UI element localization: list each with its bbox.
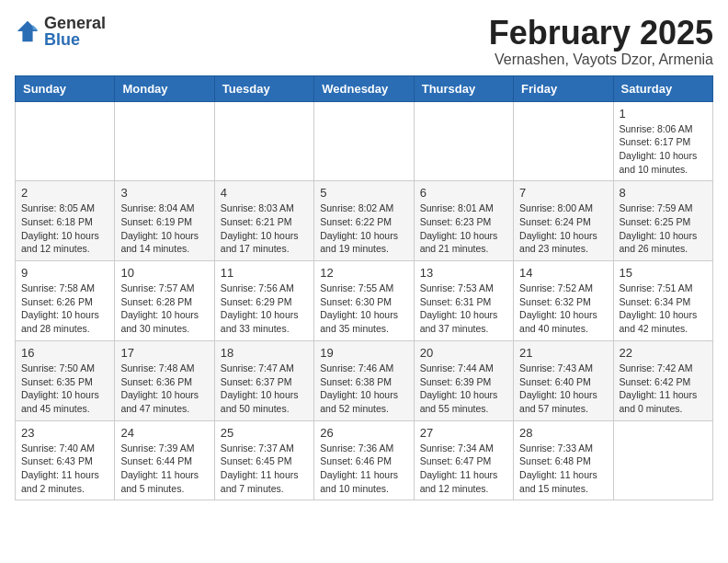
week-row-1: 2Sunrise: 8:05 AM Sunset: 6:18 PM Daylig… <box>16 181 713 261</box>
weekday-header-monday: Monday <box>115 75 214 101</box>
calendar-cell: 6Sunrise: 8:01 AM Sunset: 6:23 PM Daylig… <box>414 181 513 261</box>
day-number: 3 <box>120 186 208 200</box>
day-info: Sunrise: 7:46 AM Sunset: 6:38 PM Dayligh… <box>320 362 407 416</box>
location-text: Vernashen, Vayots Dzor, Armenia <box>489 52 713 68</box>
calendar-cell: 4Sunrise: 8:03 AM Sunset: 6:21 PM Daylig… <box>214 181 313 261</box>
calendar-cell: 19Sunrise: 7:46 AM Sunset: 6:38 PM Dayli… <box>314 340 414 420</box>
day-number: 4 <box>221 186 308 200</box>
day-info: Sunrise: 7:36 AM Sunset: 6:46 PM Dayligh… <box>320 442 407 496</box>
day-info: Sunrise: 8:05 AM Sunset: 6:18 PM Dayligh… <box>21 201 108 256</box>
month-year-title: February 2025 <box>489 15 713 52</box>
calendar-cell: 3Sunrise: 8:04 AM Sunset: 6:19 PM Daylig… <box>115 181 214 261</box>
weekday-header-tuesday: Tuesday <box>214 75 313 101</box>
weekday-header-friday: Friday <box>514 75 613 101</box>
calendar-cell <box>514 101 613 181</box>
calendar-cell: 11Sunrise: 7:56 AM Sunset: 6:29 PM Dayli… <box>214 261 313 341</box>
day-number: 20 <box>420 346 507 360</box>
day-number: 28 <box>519 426 607 440</box>
day-info: Sunrise: 7:51 AM Sunset: 6:34 PM Dayligh… <box>620 282 707 336</box>
day-number: 19 <box>320 346 407 360</box>
day-number: 7 <box>519 186 607 200</box>
day-number: 11 <box>221 266 308 280</box>
week-row-0: 1Sunrise: 8:06 AM Sunset: 6:17 PM Daylig… <box>16 101 713 181</box>
week-row-3: 16Sunrise: 7:50 AM Sunset: 6:35 PM Dayli… <box>16 340 713 420</box>
day-number: 8 <box>620 186 707 200</box>
day-number: 6 <box>420 186 507 200</box>
calendar-cell: 21Sunrise: 7:43 AM Sunset: 6:40 PM Dayli… <box>514 340 613 420</box>
day-number: 16 <box>21 346 108 360</box>
day-number: 22 <box>620 346 707 360</box>
weekday-header-wednesday: Wednesday <box>314 75 414 101</box>
day-number: 18 <box>221 346 308 360</box>
day-info: Sunrise: 8:02 AM Sunset: 6:22 PM Dayligh… <box>320 201 407 256</box>
calendar-cell: 18Sunrise: 7:47 AM Sunset: 6:37 PM Dayli… <box>214 340 313 420</box>
day-number: 9 <box>21 266 108 280</box>
day-info: Sunrise: 7:48 AM Sunset: 6:36 PM Dayligh… <box>120 362 208 416</box>
day-info: Sunrise: 7:43 AM Sunset: 6:40 PM Dayligh… <box>519 362 607 416</box>
calendar-table: SundayMondayTuesdayWednesdayThursdayFrid… <box>15 75 713 501</box>
day-info: Sunrise: 7:56 AM Sunset: 6:29 PM Dayligh… <box>221 282 308 336</box>
day-number: 27 <box>420 426 507 440</box>
calendar-cell <box>115 101 214 181</box>
day-number: 2 <box>21 186 108 200</box>
day-info: Sunrise: 7:39 AM Sunset: 6:44 PM Dayligh… <box>120 442 208 496</box>
calendar-cell: 14Sunrise: 7:52 AM Sunset: 6:32 PM Dayli… <box>514 261 613 341</box>
calendar-cell: 16Sunrise: 7:50 AM Sunset: 6:35 PM Dayli… <box>16 340 115 420</box>
calendar-body: 1Sunrise: 8:06 AM Sunset: 6:17 PM Daylig… <box>16 101 713 500</box>
calendar-cell <box>314 101 414 181</box>
day-number: 5 <box>320 186 407 200</box>
day-info: Sunrise: 7:52 AM Sunset: 6:32 PM Dayligh… <box>519 282 607 336</box>
calendar-cell: 8Sunrise: 7:59 AM Sunset: 6:25 PM Daylig… <box>613 181 712 261</box>
day-number: 14 <box>519 266 607 280</box>
calendar-cell: 7Sunrise: 8:00 AM Sunset: 6:24 PM Daylig… <box>514 181 613 261</box>
calendar-cell: 1Sunrise: 8:06 AM Sunset: 6:17 PM Daylig… <box>613 101 712 181</box>
day-info: Sunrise: 8:06 AM Sunset: 6:17 PM Dayligh… <box>620 122 707 177</box>
day-info: Sunrise: 7:37 AM Sunset: 6:45 PM Dayligh… <box>221 442 308 496</box>
week-row-2: 9Sunrise: 7:58 AM Sunset: 6:26 PM Daylig… <box>16 261 713 341</box>
logo-text: General Blue <box>44 15 106 48</box>
logo-blue-text: Blue <box>44 31 106 48</box>
calendar-cell <box>613 420 712 500</box>
day-number: 24 <box>120 426 208 440</box>
week-row-4: 23Sunrise: 7:40 AM Sunset: 6:43 PM Dayli… <box>16 420 713 500</box>
calendar-cell: 9Sunrise: 7:58 AM Sunset: 6:26 PM Daylig… <box>16 261 115 341</box>
day-info: Sunrise: 7:44 AM Sunset: 6:39 PM Dayligh… <box>420 362 507 416</box>
calendar-cell: 24Sunrise: 7:39 AM Sunset: 6:44 PM Dayli… <box>115 420 214 500</box>
day-info: Sunrise: 7:33 AM Sunset: 6:48 PM Dayligh… <box>519 442 607 496</box>
day-info: Sunrise: 7:40 AM Sunset: 6:43 PM Dayligh… <box>21 442 108 496</box>
day-info: Sunrise: 7:53 AM Sunset: 6:31 PM Dayligh… <box>420 282 507 336</box>
day-number: 21 <box>519 346 607 360</box>
calendar-cell: 5Sunrise: 8:02 AM Sunset: 6:22 PM Daylig… <box>314 181 414 261</box>
calendar-header: SundayMondayTuesdayWednesdayThursdayFrid… <box>16 75 713 101</box>
day-number: 15 <box>620 266 707 280</box>
day-number: 12 <box>320 266 407 280</box>
calendar-cell: 12Sunrise: 7:55 AM Sunset: 6:30 PM Dayli… <box>314 261 414 341</box>
day-info: Sunrise: 8:03 AM Sunset: 6:21 PM Dayligh… <box>221 201 308 256</box>
day-info: Sunrise: 7:55 AM Sunset: 6:30 PM Dayligh… <box>320 282 407 336</box>
day-info: Sunrise: 7:34 AM Sunset: 6:47 PM Dayligh… <box>420 442 507 496</box>
day-info: Sunrise: 7:47 AM Sunset: 6:37 PM Dayligh… <box>221 362 308 416</box>
logo: General Blue <box>15 15 106 48</box>
day-number: 10 <box>120 266 208 280</box>
calendar-cell: 27Sunrise: 7:34 AM Sunset: 6:47 PM Dayli… <box>414 420 513 500</box>
day-number: 1 <box>620 107 707 121</box>
weekday-header-saturday: Saturday <box>613 75 712 101</box>
calendar-cell: 22Sunrise: 7:42 AM Sunset: 6:42 PM Dayli… <box>613 340 712 420</box>
calendar-cell: 28Sunrise: 7:33 AM Sunset: 6:48 PM Dayli… <box>514 420 613 500</box>
logo-icon <box>15 18 40 44</box>
page-header: General Blue February 2025 Vernashen, Va… <box>15 15 713 68</box>
calendar-cell <box>16 101 115 181</box>
day-info: Sunrise: 7:58 AM Sunset: 6:26 PM Dayligh… <box>21 282 108 336</box>
calendar-cell <box>414 101 513 181</box>
weekday-header-sunday: Sunday <box>16 75 115 101</box>
day-info: Sunrise: 7:50 AM Sunset: 6:35 PM Dayligh… <box>21 362 108 416</box>
day-info: Sunrise: 7:42 AM Sunset: 6:42 PM Dayligh… <box>620 362 707 416</box>
svg-marker-1 <box>33 25 39 30</box>
weekday-header-thursday: Thursday <box>414 75 513 101</box>
day-info: Sunrise: 8:00 AM Sunset: 6:24 PM Dayligh… <box>519 201 607 256</box>
calendar-cell: 17Sunrise: 7:48 AM Sunset: 6:36 PM Dayli… <box>115 340 214 420</box>
calendar-cell <box>214 101 313 181</box>
day-number: 26 <box>320 426 407 440</box>
calendar-cell: 15Sunrise: 7:51 AM Sunset: 6:34 PM Dayli… <box>613 261 712 341</box>
svg-marker-0 <box>17 21 38 41</box>
